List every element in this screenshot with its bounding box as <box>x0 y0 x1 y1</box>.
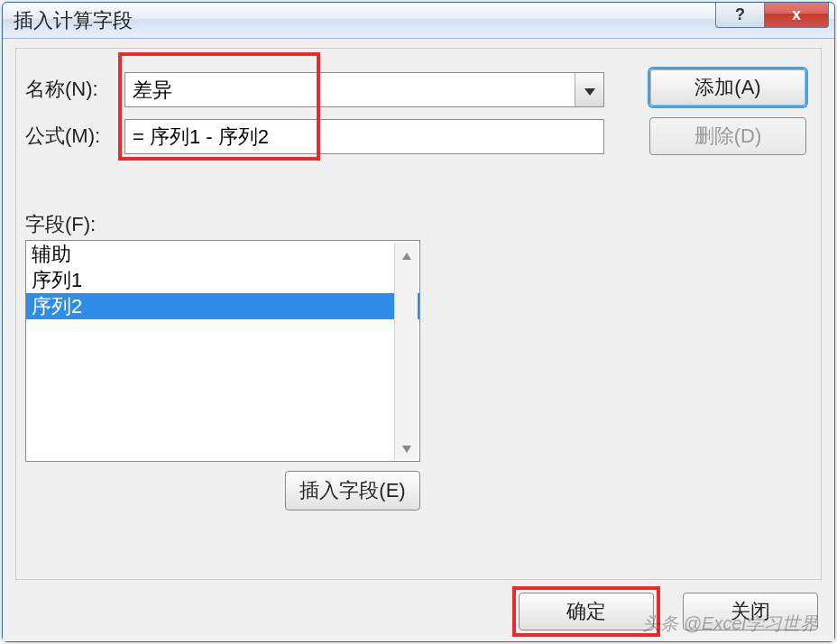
help-button[interactable]: ? <box>715 3 764 28</box>
delete-button: 删除(D) <box>649 117 806 155</box>
scroll-down-button[interactable] <box>395 436 418 459</box>
add-button-label: 添加(A) <box>694 74 760 101</box>
add-button[interactable]: 添加(A) <box>649 69 806 106</box>
insert-field-label: 插入字段(E) <box>299 477 405 504</box>
chevron-down-icon <box>584 78 596 102</box>
svg-marker-1 <box>402 253 411 260</box>
main-groupbox: 名称(N): 差异 公式(M): = 序列1 - 序列2 <box>15 48 822 580</box>
name-label-wrap: 名称(N): <box>25 76 98 103</box>
fields-label: 字段(F): <box>25 211 96 238</box>
name-value: 差异 <box>133 77 172 104</box>
formula-label-wrap: 公式(M): <box>25 123 100 150</box>
svg-marker-0 <box>584 88 595 96</box>
listbox-scrollbar[interactable] <box>394 243 418 459</box>
name-combo[interactable]: 差异 <box>124 72 604 107</box>
dialog-client-area: 名称(N): 差异 公式(M): = 序列1 - 序列2 <box>3 39 834 641</box>
name-label: 名称(N): <box>25 76 98 103</box>
formula-input[interactable]: = 序列1 - 序列2 <box>124 119 604 154</box>
svg-marker-2 <box>402 446 411 453</box>
chevron-down-icon <box>401 437 412 458</box>
fields-label-wrap: 字段(F): <box>25 211 96 238</box>
delete-button-label: 删除(D) <box>694 123 762 150</box>
chevron-up-icon <box>401 244 412 265</box>
insert-calculated-field-dialog: 插入计算字段 ? x 名称(N): 差异 <box>2 2 835 642</box>
close-icon: x <box>792 5 801 24</box>
formula-value: = 序列1 - 序列2 <box>133 124 269 151</box>
titlebar[interactable]: 插入计算字段 ? x <box>3 3 834 39</box>
close-button-label: 关闭 <box>731 598 770 625</box>
window-close-button[interactable]: x <box>764 3 829 28</box>
list-item[interactable]: 序列2 <box>26 293 419 319</box>
ok-button[interactable]: 确定 <box>519 593 654 630</box>
scroll-up-button[interactable] <box>395 243 418 266</box>
help-icon: ? <box>735 5 745 24</box>
title-controls: ? x <box>715 3 829 28</box>
ok-button-label: 确定 <box>566 598 606 625</box>
formula-label: 公式(M): <box>25 123 100 150</box>
close-button[interactable]: 关闭 <box>683 593 818 630</box>
insert-field-button[interactable]: 插入字段(E) <box>285 471 420 511</box>
fields-listbox[interactable]: 辅助 序列1 序列2 <box>25 240 420 462</box>
list-item[interactable]: 序列1 <box>26 267 419 293</box>
name-dropdown-button[interactable] <box>575 73 603 106</box>
dialog-title: 插入计算字段 <box>14 7 133 34</box>
list-item[interactable]: 辅助 <box>26 241 419 267</box>
